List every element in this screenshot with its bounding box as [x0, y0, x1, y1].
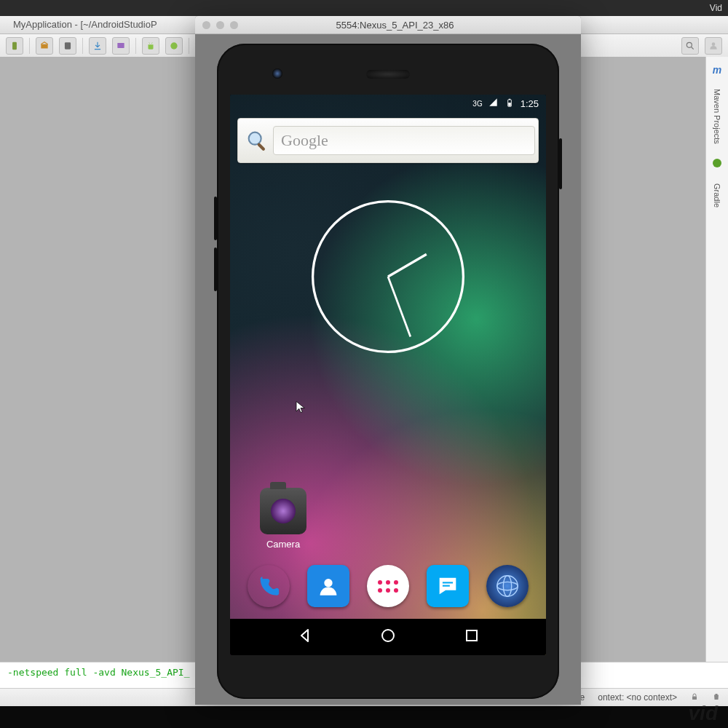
toolbar-separator	[82, 38, 83, 54]
search-placeholder: Google	[281, 131, 328, 150]
svg-point-11	[687, 42, 692, 47]
maven-icon: m	[713, 64, 721, 76]
earpiece-icon	[366, 70, 410, 79]
phone-app[interactable]	[248, 565, 290, 607]
recents-button[interactable]	[463, 627, 480, 647]
camera-icon	[260, 488, 306, 534]
svg-rect-15	[692, 696, 697, 700]
drawer-dots-icon	[378, 580, 398, 593]
gradle-icon	[711, 157, 723, 170]
toolbar-user-button[interactable]	[705, 37, 722, 55]
svg-point-13	[713, 159, 721, 167]
svg-point-19	[249, 132, 261, 145]
contacts-app[interactable]	[307, 565, 349, 607]
messages-app[interactable]	[427, 565, 469, 607]
toolbar-avd-button[interactable]	[59, 37, 76, 55]
svg-rect-31	[467, 630, 477, 641]
emulator-window: 5554:Nexus_5_API_23_x86 3G 1:25	[195, 16, 581, 705]
analog-clock-widget[interactable]	[308, 197, 468, 357]
front-camera-icon	[272, 68, 282, 79]
svg-rect-18	[508, 103, 511, 106]
signal-icon	[488, 98, 499, 110]
emulator-title: 5554:Nexus_5_API_23_x86	[238, 20, 581, 31]
svg-rect-20	[257, 143, 266, 151]
back-button[interactable]	[296, 627, 314, 647]
svg-point-24	[324, 579, 332, 587]
toolbar-android-button[interactable]	[142, 37, 159, 55]
ide-right-gutter: m Maven Projects Gradle	[705, 57, 728, 662]
gradle-tab[interactable]: Gradle	[713, 183, 721, 207]
svg-point-27	[497, 576, 518, 596]
svg-point-10	[170, 42, 177, 49]
svg-point-30	[382, 630, 394, 641]
volume-up-button[interactable]	[214, 197, 217, 240]
maven-tab[interactable]: Maven Projects	[713, 89, 721, 144]
svg-line-23	[388, 277, 411, 337]
svg-rect-17	[509, 98, 510, 99]
battery-icon	[505, 98, 515, 110]
mac-menubar: Vid	[0, 0, 728, 16]
toolbar-monitor-button[interactable]	[112, 37, 130, 55]
toolbar-separator	[29, 38, 30, 54]
network-label: 3G	[472, 100, 482, 108]
svg-point-29	[503, 576, 511, 596]
search-icon	[241, 124, 273, 157]
mac-clock-text: Vid	[710, 3, 722, 13]
home-button[interactable]	[379, 627, 397, 647]
svg-rect-9	[117, 43, 124, 48]
mac-dock-area: vid	[0, 706, 728, 728]
clock-text: 1:25	[521, 98, 539, 109]
svg-point-28	[497, 582, 518, 590]
toolbar-separator	[189, 38, 189, 54]
toolbar-download-button[interactable]	[89, 37, 106, 55]
svg-rect-26	[443, 585, 450, 587]
toolbar-android-fill-button[interactable]	[165, 37, 183, 55]
status-context: ontext: <no context>	[598, 692, 677, 703]
favorites-tray	[230, 558, 546, 614]
window-traffic-lights[interactable]	[195, 21, 238, 29]
emulator-content: 3G 1:25 Google	[195, 33, 581, 705]
svg-rect-6	[12, 42, 17, 50]
phone-frame: 3G 1:25 Google	[217, 44, 559, 699]
search-input[interactable]: Google	[273, 126, 535, 155]
emulator-titlebar: 5554:Nexus_5_API_23_x86	[195, 16, 581, 34]
toolbar-search-button[interactable]	[681, 37, 699, 55]
browser-app[interactable]	[486, 565, 529, 607]
svg-rect-25	[443, 582, 453, 583]
camera-app[interactable]: Camera	[256, 488, 310, 550]
svg-rect-7	[41, 44, 47, 49]
svg-rect-8	[65, 42, 71, 49]
svg-line-22	[388, 254, 427, 277]
toolbar-separator	[135, 38, 136, 54]
camera-label: Camera	[256, 539, 310, 550]
google-search-widget[interactable]: Google	[237, 118, 539, 163]
android-navbar	[230, 619, 546, 655]
power-button[interactable]	[559, 138, 562, 189]
app-drawer-button[interactable]	[367, 565, 409, 607]
android-screen[interactable]: 3G 1:25 Google	[230, 95, 546, 655]
watermark: vid	[689, 702, 718, 725]
volume-down-button[interactable]	[214, 248, 217, 291]
toolbar-device-button[interactable]	[6, 37, 23, 55]
svg-point-12	[712, 42, 716, 46]
android-statusbar[interactable]: 3G 1:25	[230, 95, 546, 112]
toolbar-sdk-button[interactable]	[36, 37, 53, 55]
